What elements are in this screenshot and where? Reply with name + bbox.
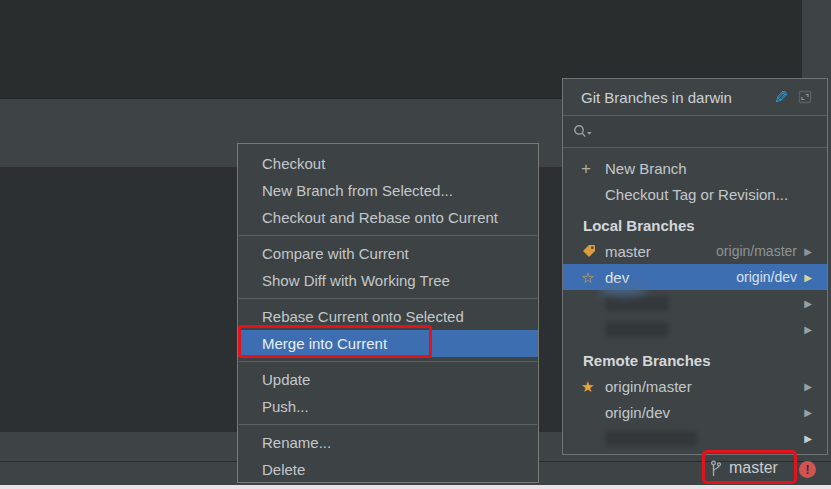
menu-item[interactable]: Checkout xyxy=(238,150,538,177)
branch-row[interactable]: origin/dev ▶ xyxy=(563,399,827,425)
pin-edit-icon[interactable]: ✎ xyxy=(769,86,793,108)
menu-item[interactable]: Rebase Current onto Selected xyxy=(238,303,538,330)
menu-row xyxy=(238,298,538,299)
submenu-arrow-icon[interactable]: ▶ xyxy=(801,272,815,283)
menu-item-label: Rename... xyxy=(262,434,331,451)
menu-item-label: Update xyxy=(262,371,310,388)
branch-list-row: Local Branches xyxy=(563,212,827,238)
submenu-arrow-icon[interactable]: ▶ xyxy=(801,433,815,444)
menu-separator xyxy=(239,424,537,425)
branch-list-row: origin/dev ▶ xyxy=(563,399,827,425)
menu-item-label: Checkout xyxy=(262,155,325,172)
menu-row: Update xyxy=(238,366,538,393)
menu-row: Merge into Current xyxy=(238,330,538,357)
branch-row[interactable]: ▶ xyxy=(563,425,827,451)
window-bottom-edge xyxy=(0,485,831,489)
branch-list-row: + New Branch xyxy=(563,155,827,181)
popup-header: Git Branches in darwin ✎ xyxy=(563,79,827,116)
plus-icon: + xyxy=(581,160,591,177)
menu-row: Push... xyxy=(238,393,538,420)
branch-row[interactable]: Checkout Tag or Revision... xyxy=(563,181,827,207)
favorite-star-outline-icon: ☆ xyxy=(581,270,594,285)
menu-row: Show Diff with Working Tree xyxy=(238,267,538,294)
git-branches-popup: Git Branches in darwin ✎ xyxy=(562,78,828,455)
open-in-window-icon[interactable] xyxy=(793,86,817,108)
menu-separator xyxy=(239,361,537,362)
menu-row xyxy=(238,361,538,362)
menu-row: Rename... xyxy=(238,429,538,456)
ide-window: Checkout New Branch from Selected... Che… xyxy=(0,0,831,489)
menu-row: Rebase Current onto Selected xyxy=(238,303,538,330)
branch-list-row: ★ origin/master ▶ xyxy=(563,373,827,399)
menu-separator xyxy=(239,235,537,236)
blurred-branch-name xyxy=(605,322,669,337)
current-branch-label: master xyxy=(729,459,778,477)
blurred-branch-name xyxy=(605,296,669,311)
branch-list-row: ▶ xyxy=(563,290,827,316)
branch-name: Checkout Tag or Revision... xyxy=(605,186,788,203)
tracked-branch-name: origin/dev xyxy=(736,269,797,285)
menu-row: New Branch from Selected... xyxy=(238,177,538,204)
menu-item-label: Checkout and Rebase onto Current xyxy=(262,209,498,226)
submenu-arrow-icon[interactable]: ▶ xyxy=(801,324,815,335)
menu-row: Checkout xyxy=(238,150,538,177)
branch-name: origin/master xyxy=(605,378,692,395)
restore-window-icon xyxy=(797,89,813,105)
popup-title: Git Branches in darwin xyxy=(581,89,769,106)
menu-item-label: Compare with Current xyxy=(262,245,409,262)
error-notification-icon[interactable]: ! xyxy=(799,461,816,478)
menu-item[interactable]: Merge into Current xyxy=(238,330,538,357)
submenu-arrow-icon[interactable]: ▶ xyxy=(801,381,815,392)
menu-item-label: Rebase Current onto Selected xyxy=(262,308,464,325)
branch-name: master xyxy=(605,243,651,260)
menu-item-label: New Branch from Selected... xyxy=(262,182,453,199)
blurred-branch-name xyxy=(605,431,697,446)
status-bar-branch-widget[interactable]: master xyxy=(710,455,778,481)
menu-item-label: Show Diff with Working Tree xyxy=(262,272,450,289)
menu-item-label: Push... xyxy=(262,398,309,415)
menu-row xyxy=(238,424,538,425)
menu-row: Checkout and Rebase onto Current xyxy=(238,204,538,231)
menu-item[interactable]: Delete xyxy=(238,456,538,483)
branch-list: + New Branch xyxy=(563,148,827,454)
menu-item-label: Merge into Current xyxy=(262,335,387,352)
branch-row[interactable]: + New Branch xyxy=(563,155,827,181)
branch-list-row: ▶ xyxy=(563,316,827,342)
branch-section-header: Local Branches xyxy=(563,212,827,238)
menu-item[interactable]: Checkout and Rebase onto Current xyxy=(238,204,538,231)
branch-section-header: Remote Branches xyxy=(563,347,827,373)
menu-item[interactable]: Update xyxy=(238,366,538,393)
git-branch-icon xyxy=(710,460,722,477)
menu-item[interactable]: Compare with Current xyxy=(238,240,538,267)
favorite-star-icon: ★ xyxy=(581,379,594,394)
tag-icon xyxy=(581,243,597,259)
branch-row[interactable]: ★ origin/master ▶ xyxy=(563,373,827,399)
branch-list-row: Remote Branches xyxy=(563,347,827,373)
search-icon xyxy=(573,124,595,139)
branch-row[interactable]: ▶ xyxy=(563,316,827,342)
submenu-arrow-icon[interactable]: ▶ xyxy=(801,298,815,309)
submenu-arrow-icon[interactable]: ▶ xyxy=(801,407,815,418)
branch-row-icon-slot xyxy=(581,243,605,259)
branch-row-icon-slot: ☆ xyxy=(581,270,605,285)
branch-row[interactable]: master origin/master ▶ xyxy=(563,238,827,264)
branch-search-field[interactable] xyxy=(563,116,827,148)
menu-item-label: Delete xyxy=(262,461,305,478)
branch-name: origin/dev xyxy=(605,404,670,421)
tracked-branch-name: origin/master xyxy=(716,243,797,259)
menu-item[interactable]: New Branch from Selected... xyxy=(238,177,538,204)
branch-list-row: Checkout Tag or Revision... xyxy=(563,181,827,207)
menu-row xyxy=(238,235,538,236)
menu-row: Compare with Current xyxy=(238,240,538,267)
branch-name: New Branch xyxy=(605,160,687,177)
menu-item[interactable]: Rename... xyxy=(238,429,538,456)
menu-separator xyxy=(239,298,537,299)
branch-list-row: master origin/master ▶ xyxy=(563,238,827,264)
branch-row[interactable]: ▶ xyxy=(563,290,827,316)
blur-artifact xyxy=(599,283,647,296)
branch-row-icon-slot: ★ xyxy=(581,379,605,394)
branch-row-icon-slot: + xyxy=(581,160,605,177)
menu-item[interactable]: Push... xyxy=(238,393,538,420)
menu-item[interactable]: Show Diff with Working Tree xyxy=(238,267,538,294)
submenu-arrow-icon[interactable]: ▶ xyxy=(801,246,815,257)
